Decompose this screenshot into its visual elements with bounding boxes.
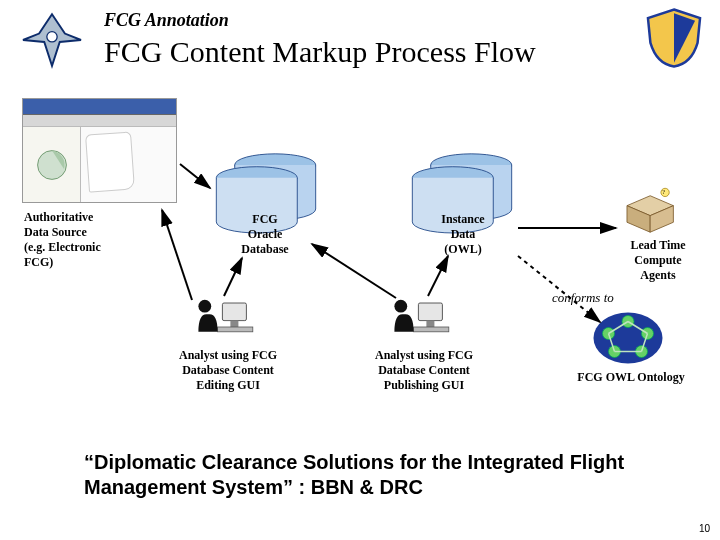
slide-title: FCG Content Markup Process Flow bbox=[104, 35, 536, 69]
arrows-layer bbox=[0, 98, 720, 418]
page-number: 10 bbox=[699, 523, 710, 534]
svg-point-0 bbox=[47, 32, 57, 42]
shield-logo bbox=[640, 8, 708, 68]
footer-quote: “Diplomatic Clearance Solutions for the … bbox=[84, 450, 660, 500]
flow-diagram: Authoritative Data Source (e.g. Electron… bbox=[0, 98, 720, 418]
kicker-text: FCG Annotation bbox=[104, 10, 536, 31]
svg-line-28 bbox=[162, 210, 192, 300]
svg-line-31 bbox=[428, 256, 448, 296]
svg-line-33 bbox=[518, 256, 600, 322]
usaf-logo bbox=[18, 10, 86, 70]
svg-line-29 bbox=[224, 258, 242, 296]
slide-header: FCG Annotation FCG Content Markup Proces… bbox=[0, 0, 720, 95]
svg-line-27 bbox=[180, 164, 210, 188]
svg-line-30 bbox=[312, 244, 396, 298]
